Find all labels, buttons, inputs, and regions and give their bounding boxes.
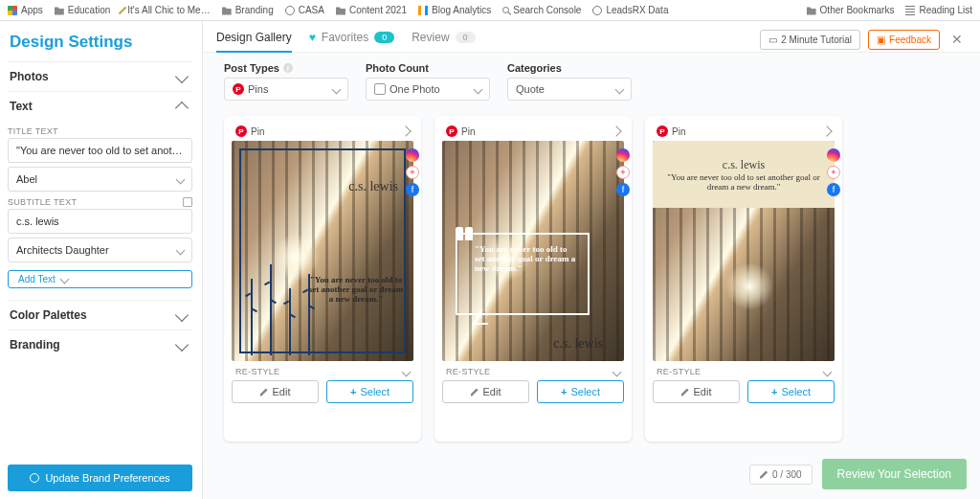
bookmark-casa[interactable]: CASA — [285, 5, 324, 15]
share-column: + f — [406, 148, 419, 196]
design-preview[interactable]: c.s. lewis "You are never too old to set… — [232, 141, 413, 361]
globe-icon — [592, 6, 602, 15]
facebook-icon[interactable]: f — [406, 183, 419, 196]
bookmark-bloganalytics[interactable]: Blog Analytics — [418, 5, 491, 15]
card-expand-icon[interactable] — [611, 125, 621, 136]
section-branding[interactable]: Branding — [8, 329, 192, 359]
apps-icon — [8, 6, 17, 15]
facebook-icon[interactable]: f — [827, 183, 840, 196]
folder-icon — [222, 6, 232, 15]
design-quote: "You are never too old to set another go… — [666, 172, 821, 192]
select-button[interactable]: +Select — [537, 380, 624, 403]
bookmark-content2021[interactable]: Content 2021 — [336, 5, 407, 15]
heart-icon: ♥ — [309, 31, 316, 44]
categories-dropdown[interactable]: Quote — [507, 78, 632, 101]
section-palettes[interactable]: Color Palettes — [8, 300, 192, 329]
title-text-label: TITLE TEXT — [8, 126, 192, 136]
subtitle-text-input[interactable] — [8, 209, 192, 234]
bookmark-leadsrx[interactable]: LeadsRX Data — [592, 5, 668, 15]
chevron-down-icon — [59, 275, 69, 284]
edit-button[interactable]: Edit — [442, 380, 529, 403]
restyle-button[interactable]: RE-STYLE — [232, 361, 413, 380]
photo-count-dropdown[interactable]: One Photo — [366, 78, 490, 101]
feedback-button[interactable]: ▣ Feedback — [868, 30, 940, 50]
bookmark-education[interactable]: Education — [55, 5, 110, 15]
chevron-down-icon — [402, 367, 412, 376]
pencil-icon — [260, 388, 269, 397]
subtitle-font-select[interactable]: Architects Daughter — [8, 238, 192, 262]
bookmark-other[interactable]: Other Bookmarks — [807, 5, 895, 15]
sidebar-title: Design Settings — [8, 29, 192, 61]
pen-icon — [119, 6, 126, 13]
restyle-button[interactable]: RE-STYLE — [442, 361, 624, 380]
chevron-down-icon — [332, 84, 342, 94]
select-button[interactable]: +Select — [326, 380, 413, 403]
selection-counter: 0 / 300 — [749, 465, 813, 485]
card-expand-icon[interactable] — [821, 125, 832, 136]
update-brand-button[interactable]: Update Brand Preferences — [8, 465, 192, 491]
select-button[interactable]: +Select — [747, 380, 835, 403]
categories-label: Categories — [507, 62, 632, 74]
design-preview[interactable]: "You are never too old to set another go… — [442, 141, 624, 361]
design-preview[interactable]: c.s. lewis "You are never too old to set… — [653, 141, 835, 361]
pin-badge: PPin — [657, 125, 685, 137]
subtitle-text-label: SUBTITLE TEXT — [8, 197, 192, 207]
bookmark-apps[interactable]: Apps — [8, 5, 43, 15]
pencil-icon — [471, 388, 479, 397]
tab-favorites[interactable]: ♥ Favorites 0 — [309, 27, 395, 52]
folder-icon — [55, 6, 64, 15]
card-expand-icon[interactable] — [400, 125, 411, 136]
plus-icon: + — [771, 386, 777, 397]
plus-icon: + — [350, 386, 356, 397]
post-types-dropdown[interactable]: PPins — [224, 78, 348, 101]
pencil-icon — [760, 470, 768, 479]
add-platform-icon[interactable]: + — [827, 166, 840, 179]
chevron-down-icon — [175, 308, 189, 322]
video-icon: ▭ — [768, 34, 777, 45]
title-text-input[interactable] — [8, 138, 192, 163]
close-button[interactable]: ✕ — [947, 32, 967, 47]
pinterest-icon: P — [446, 125, 457, 137]
facebook-icon[interactable]: f — [616, 183, 630, 196]
pinterest-icon: P — [657, 125, 668, 137]
design-quote: "You are never too old to set another go… — [475, 244, 578, 273]
edit-button[interactable]: Edit — [653, 380, 740, 403]
chevron-down-icon — [612, 367, 622, 376]
chevron-down-icon — [175, 70, 189, 83]
add-platform-icon[interactable]: + — [406, 166, 419, 179]
design-gallery: PPin + f c.s. lewis "You are never too o… — [203, 110, 980, 453]
section-text[interactable]: Text — [8, 91, 192, 121]
content-area: Design Gallery ♥ Favorites 0 Review 0 ▭ … — [203, 21, 980, 499]
edit-button[interactable]: Edit — [232, 380, 319, 403]
gear-icon — [30, 473, 39, 483]
tab-review[interactable]: Review 0 — [412, 27, 475, 52]
bookmark-chic[interactable]: It's All Chic to Me… — [122, 5, 210, 15]
info-icon[interactable]: i — [283, 63, 293, 73]
tab-design-gallery[interactable]: Design Gallery — [216, 27, 292, 52]
bookmark-branding[interactable]: Branding — [222, 5, 274, 15]
design-author: c.s. lewis — [723, 158, 765, 172]
trash-icon[interactable] — [183, 197, 192, 207]
chat-icon: ▣ — [877, 34, 885, 45]
add-text-button[interactable]: Add Text — [8, 270, 192, 288]
title-font-select[interactable]: Abel — [8, 167, 192, 192]
review-count-badge: 0 — [456, 32, 476, 43]
design-card: PPin + f "You are never too old to set a… — [434, 116, 632, 442]
add-platform-icon[interactable]: + — [616, 166, 630, 179]
bookmark-searchconsole[interactable]: Search Console — [502, 5, 581, 15]
chevron-down-icon — [176, 174, 186, 184]
review-selection-button[interactable]: Review Your Selection — [822, 459, 967, 489]
favorites-count-badge: 0 — [374, 32, 394, 43]
section-photos[interactable]: Photos — [8, 61, 192, 91]
photo-icon — [374, 83, 386, 95]
folder-icon — [807, 6, 816, 15]
share-column: + f — [616, 148, 630, 196]
instagram-icon[interactable] — [616, 148, 630, 162]
restyle-button[interactable]: RE-STYLE — [653, 361, 835, 380]
tutorial-button[interactable]: ▭ 2 Minute Tutorial — [760, 30, 860, 50]
top-tabs: Design Gallery ♥ Favorites 0 Review 0 ▭ … — [203, 21, 980, 53]
bookmarks-bar: Apps Education It's All Chic to Me… Bran… — [0, 0, 980, 21]
instagram-icon[interactable] — [406, 148, 419, 162]
instagram-icon[interactable] — [827, 148, 840, 162]
bookmark-readinglist[interactable]: Reading List — [905, 5, 972, 15]
